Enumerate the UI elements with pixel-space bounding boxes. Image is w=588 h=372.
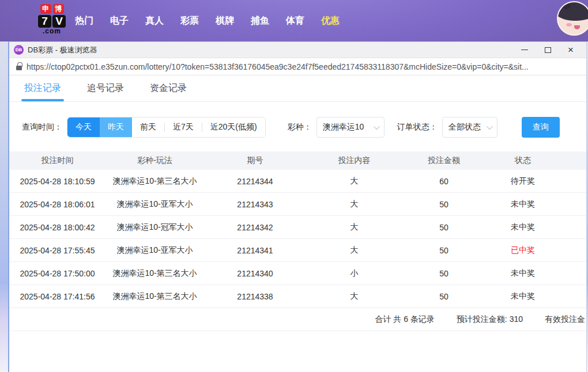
- nav-item-cards[interactable]: 棋牌: [216, 15, 234, 27]
- nav-item-promo[interactable]: 优惠: [321, 15, 340, 27]
- time-daybefore-button[interactable]: 前天: [132, 117, 164, 138]
- bet-game: 澳洲幸运10-第三名大小: [105, 268, 204, 279]
- table-row: 2025-04-28 17:41:56 澳洲幸运10-第三名大小 2121433…: [9, 285, 586, 308]
- bet-status: 已中奖: [485, 245, 560, 256]
- logo-com-label: .com: [36, 28, 68, 35]
- table-row: 2025-04-28 18:00:42 澳洲幸运10-冠军大小 21214342…: [9, 216, 586, 239]
- table-row: 2025-04-28 17:50:00 澳洲幸运10-第三名大小 2121434…: [9, 262, 586, 285]
- bet-amount: 50: [402, 246, 485, 255]
- nav-item-slots[interactable]: 电子: [110, 15, 129, 27]
- logo-tile-bo: 博: [53, 4, 64, 14]
- bet-amount: 60: [402, 177, 485, 186]
- bet-time: 2025-04-28 17:55:45: [9, 246, 105, 255]
- bet-issue: 21214338: [204, 292, 306, 301]
- time-today-button[interactable]: 今天: [67, 117, 100, 138]
- time-yesterday-button[interactable]: 昨天: [100, 117, 132, 138]
- logo-tile-shen: 申: [40, 4, 51, 14]
- bet-time: 2025-04-28 17:41:56: [9, 292, 105, 301]
- window-app-icon: DB: [14, 45, 24, 55]
- bet-status: 未中奖: [485, 222, 560, 233]
- nav-item-lottery[interactable]: 彩票: [180, 15, 199, 27]
- query-time-label: 查询时间：: [22, 122, 62, 132]
- window-titlebar[interactable]: DB DB彩票 - 极速浏览器 ×: [9, 42, 586, 58]
- window-controls: ×: [521, 46, 582, 54]
- tab-fund-records[interactable]: 资金记录: [150, 82, 187, 101]
- lottery-type-label: 彩种：: [288, 122, 312, 132]
- time-7days-button[interactable]: 近7天: [165, 117, 202, 138]
- record-tabs: 投注记录 追号记录 资金记录: [9, 75, 586, 102]
- table-summary-row: 合计 共 6 条记录 预计投注金额: 310 有效投注金: [9, 308, 586, 331]
- header-bet-time: 投注时间: [9, 155, 105, 166]
- site-nav-menu: 热门 电子 真人 彩票 棋牌 捕鱼 体育 优惠: [75, 0, 340, 41]
- url-text[interactable]: https://ctop02pctx01.e35zun.com/lottery/…: [27, 62, 529, 71]
- avatar-hair: [557, 1, 588, 21]
- table-row: 2025-04-28 18:10:59 澳洲幸运10-第三名大小 2121434…: [9, 170, 586, 193]
- bet-content: 大: [306, 176, 402, 187]
- avatar-hair-bun: [563, 2, 571, 9]
- bet-amount: 50: [402, 223, 485, 232]
- order-status-select[interactable]: 全部状态: [442, 117, 497, 138]
- minimize-button[interactable]: [521, 46, 529, 54]
- bet-issue: 21214343: [204, 200, 306, 209]
- window-title: DB彩票 - 极速浏览器: [28, 45, 521, 55]
- bet-game: 澳洲幸运10-冠军大小: [105, 222, 204, 233]
- tab-chase-records[interactable]: 追号记录: [87, 82, 124, 101]
- bet-time: 2025-04-28 18:00:42: [9, 223, 105, 232]
- nav-item-fishing[interactable]: 捕鱼: [251, 15, 269, 27]
- site-nav: 申 博 7 V .com 热门 电子 真人 彩票 棋牌 捕鱼 体育 优惠: [0, 0, 588, 41]
- nav-item-hot[interactable]: 热门: [75, 15, 93, 27]
- lottery-type-select[interactable]: 澳洲幸运10: [316, 117, 385, 138]
- filter-bar: 查询时间： 今天 昨天 前天 近7天 近20天(低频) 彩种： 澳洲幸运10 订…: [22, 117, 586, 138]
- bet-content: 小: [306, 268, 402, 279]
- bet-content: 大: [306, 222, 402, 233]
- time-range-group: 今天 昨天 前天 近7天 近20天(低频): [67, 117, 266, 138]
- bet-issue: 21214344: [204, 177, 306, 186]
- close-button[interactable]: ×: [567, 46, 575, 54]
- summary-expected-amount: 预计投注金额: 310: [457, 314, 523, 325]
- nav-item-live[interactable]: 真人: [145, 15, 164, 27]
- summary-total-records: 合计 共 6 条记录: [375, 314, 434, 325]
- bet-game: 澳洲幸运10-亚军大小: [105, 245, 204, 256]
- order-status-label: 订单状态：: [397, 122, 438, 132]
- nav-item-sports[interactable]: 体育: [286, 15, 304, 27]
- avatar-blush: [566, 23, 572, 26]
- lottery-type-value: 澳洲幸运10: [323, 122, 364, 132]
- bet-records-table: 投注时间 彩种-玩法 期号 投注内容 投注金额 状态 2025-04-28 18…: [9, 151, 586, 331]
- bet-status: 待开奖: [485, 176, 560, 187]
- order-status-value: 全部状态: [448, 122, 481, 132]
- bet-game: 澳洲幸运10-第三名大小: [105, 291, 204, 302]
- table-row: 2025-04-28 18:06:01 澳洲幸运10-亚军大小 21214343…: [9, 193, 586, 216]
- bet-content: 大: [306, 245, 402, 256]
- header-bet-amount: 投注金额: [402, 155, 485, 166]
- bet-amount: 50: [402, 269, 485, 278]
- logo-tile-7: 7: [38, 15, 51, 28]
- table-header-row: 投注时间 彩种-玩法 期号 投注内容 投注金额 状态: [9, 151, 586, 170]
- site-logo[interactable]: 申 博 7 V .com: [36, 4, 68, 35]
- user-avatar[interactable]: [557, 1, 588, 36]
- bet-issue: 21214340: [204, 269, 306, 278]
- maximize-button[interactable]: [544, 46, 552, 54]
- avatar-mouth: [574, 25, 580, 29]
- tab-bet-records[interactable]: 投注记录: [24, 82, 61, 101]
- bet-status: 未中奖: [485, 199, 560, 210]
- url-bar[interactable]: https://ctop02pctx01.e35zun.com/lottery/…: [9, 58, 586, 75]
- lock-icon: [16, 66, 22, 70]
- bet-time: 2025-04-28 18:06:01: [9, 200, 105, 209]
- search-button[interactable]: 查询: [522, 117, 560, 138]
- bet-time: 2025-04-28 17:50:00: [9, 269, 105, 278]
- bet-amount: 50: [402, 292, 485, 301]
- bet-content: 大: [306, 291, 402, 302]
- time-20days-button[interactable]: 近20天(低频): [202, 117, 265, 138]
- bet-content: 大: [306, 199, 402, 210]
- bet-status: 未中奖: [485, 268, 560, 279]
- header-status: 状态: [485, 155, 560, 166]
- browser-window: DB DB彩票 - 极速浏览器 × https://ctop02pctx01.e…: [8, 41, 587, 372]
- logo-tile-v: V: [52, 15, 66, 28]
- chevron-down-icon: [486, 123, 492, 130]
- table-row: 2025-04-28 17:55:45 澳洲幸运10-亚军大小 21214341…: [9, 239, 586, 262]
- header-issue: 期号: [204, 155, 306, 166]
- bet-game: 澳洲幸运10-第三名大小: [105, 176, 204, 187]
- header-game-play: 彩种-玩法: [105, 155, 204, 166]
- bet-status: 未中奖: [485, 291, 560, 302]
- bet-game: 澳洲幸运10-亚军大小: [105, 199, 204, 210]
